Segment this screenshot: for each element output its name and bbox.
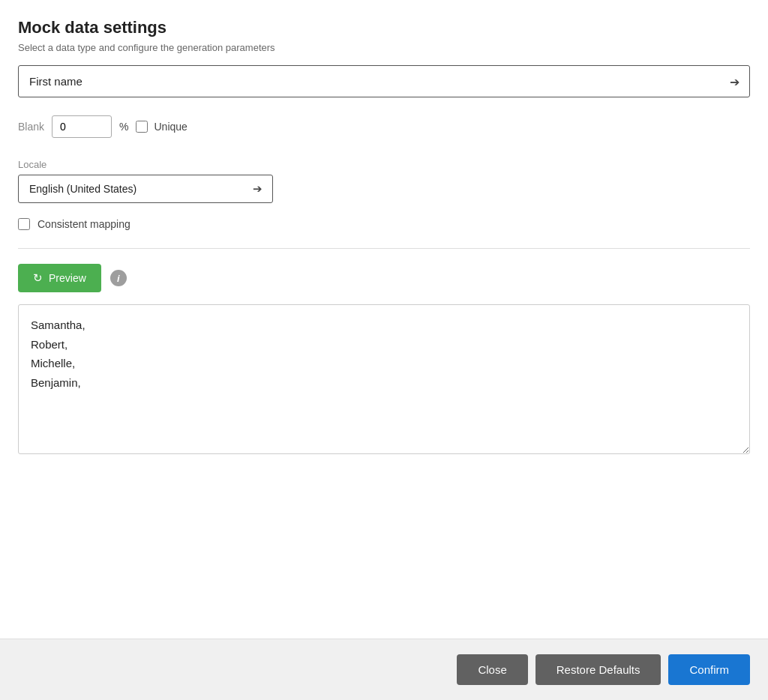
preview-button-label: Preview <box>49 272 86 284</box>
preview-content: Samantha, Robert, Michelle, Benjamin, <box>31 316 737 392</box>
dialog-footer: Close Restore Defaults Confirm <box>0 639 768 700</box>
close-button[interactable]: Close <box>457 654 527 685</box>
section-divider <box>18 248 750 249</box>
consistent-mapping-checkbox[interactable] <box>18 218 30 230</box>
dialog-title: Mock data settings <box>18 18 750 37</box>
locale-select-wrapper: English (United States) English (United … <box>18 175 273 203</box>
info-icon-label: i <box>117 273 120 284</box>
unique-checkbox[interactable] <box>136 121 148 133</box>
consistent-mapping-row: Consistent mapping <box>18 218 750 230</box>
data-type-select[interactable]: First name Last name Full name Email Pho… <box>18 65 750 97</box>
dialog-subtitle: Select a data type and configure the gen… <box>18 42 750 53</box>
data-type-select-wrapper: First name Last name Full name Email Pho… <box>18 65 750 97</box>
percent-label: % <box>119 121 128 133</box>
locale-section: Locale English (United States) English (… <box>18 159 750 203</box>
consistent-mapping-label: Consistent mapping <box>38 218 130 230</box>
locale-select[interactable]: English (United States) English (United … <box>18 175 273 203</box>
blank-input[interactable] <box>52 115 112 138</box>
locale-label: Locale <box>18 159 750 170</box>
mock-data-settings-dialog: Mock data settings Select a data type an… <box>0 0 768 700</box>
preview-box[interactable]: Samantha, Robert, Michelle, Benjamin, <box>18 304 750 454</box>
restore-defaults-button[interactable]: Restore Defaults <box>536 654 662 685</box>
info-icon[interactable]: i <box>110 270 127 286</box>
unique-label: Unique <box>154 121 187 133</box>
preview-row: ↻ Preview i <box>18 264 750 292</box>
refresh-icon: ↻ <box>33 271 43 285</box>
blank-unique-row: Blank % Unique <box>18 115 750 138</box>
unique-wrapper: Unique <box>136 121 187 133</box>
preview-button[interactable]: ↻ Preview <box>18 264 101 292</box>
dialog-body: Mock data settings Select a data type an… <box>0 0 768 639</box>
confirm-button[interactable]: Confirm <box>668 654 750 685</box>
blank-label: Blank <box>18 121 44 133</box>
